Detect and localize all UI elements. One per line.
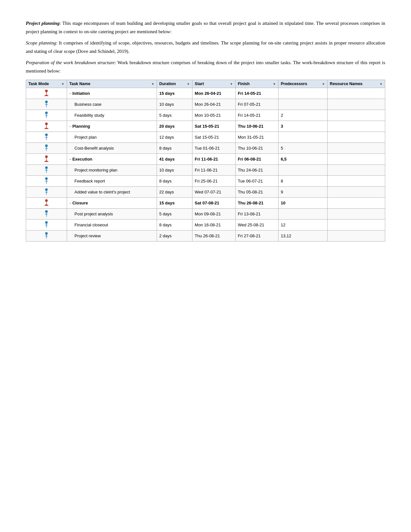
cell-finish: Thu 05-08-21 <box>235 187 278 198</box>
col-task-mode-sort[interactable]: ▼ <box>61 82 64 86</box>
cell-finish: Mon 31-05-21 <box>235 132 278 143</box>
col-predecessors-sort[interactable]: ▼ <box>322 82 325 86</box>
col-duration[interactable]: Duration ▼ <box>157 80 192 88</box>
cell-predecessors <box>278 99 327 110</box>
cell-finish: Fri 14-05-21 <box>235 110 278 121</box>
cell-resource-names <box>328 209 385 220</box>
task-name-text: Project monitoring plan <box>69 168 117 172</box>
col-task-mode[interactable]: Task Mode ▼ <box>26 80 67 88</box>
table-row: Added value to cleint's project22 daysWe… <box>26 187 385 198</box>
cell-resource-names <box>328 187 385 198</box>
cell-task-name: −Planning <box>67 121 157 132</box>
col-start[interactable]: Start ▼ <box>192 80 236 88</box>
cell-duration: 8 days <box>157 220 192 231</box>
cell-start: Fri 11-06-21 <box>192 154 236 165</box>
table-row: −Execution41 daysFri 11-06-21Fri 06-08-2… <box>26 154 385 165</box>
wbs-table: Task Mode ▼ Task Name ▼ Duration ▼ <box>26 80 385 241</box>
svg-point-27 <box>45 199 48 202</box>
cell-start: Fri 25-06-21 <box>192 176 236 187</box>
svg-point-35 <box>45 232 48 235</box>
col-start-sort[interactable]: ▼ <box>230 82 233 86</box>
cell-start: Sat 07-08-21 <box>192 198 236 209</box>
cell-predecessors <box>278 132 327 143</box>
cell-predecessors: 13,12 <box>278 231 327 241</box>
col-task-name-label: Task Name <box>69 82 90 86</box>
table-row: Cost-Benefit analysis8 daysTue 01-06-21T… <box>26 143 385 154</box>
cell-predecessors: 3 <box>278 121 327 132</box>
col-duration-sort[interactable]: ▼ <box>187 82 190 86</box>
svg-point-8 <box>45 123 48 125</box>
cell-predecessors: 12 <box>278 220 327 231</box>
collapse-marker[interactable]: − <box>69 92 71 95</box>
col-task-mode-label: Task Mode <box>28 82 49 86</box>
task-name-text: Added value to cleint's project <box>69 190 130 194</box>
cell-start: Thu 26-08-21 <box>192 231 236 241</box>
col-finish[interactable]: Finish ▼ <box>235 80 278 88</box>
cell-resource-names <box>328 110 385 121</box>
cell-resource-names <box>328 165 385 176</box>
cell-task-name: Feedback report <box>67 176 157 187</box>
svg-point-18 <box>45 166 48 169</box>
task-name-text: Financial closeout <box>69 222 108 227</box>
cell-task-mode <box>26 198 67 209</box>
cell-duration: 10 days <box>157 165 192 176</box>
cell-start: Mon 26-04-21 <box>192 88 236 99</box>
table-row: Feedback report8 daysFri 25-06-21Tue 06-… <box>26 176 385 187</box>
cell-finish: Fri 06-08-21 <box>235 154 278 165</box>
cell-task-mode <box>26 132 67 143</box>
cell-task-mode <box>26 165 67 176</box>
cell-predecessors: 10 <box>278 198 327 209</box>
cell-duration: 41 days <box>157 154 192 165</box>
table-row: Post project analysis5 daysMon 09-08-21F… <box>26 209 385 220</box>
cell-resource-names <box>328 220 385 231</box>
cell-duration: 2 days <box>157 231 192 241</box>
cell-duration: 5 days <box>157 209 192 220</box>
table-row: Project plan12 daysSat 15-05-21Mon 31-05… <box>26 132 385 143</box>
col-resource-names-label: Resource Names <box>330 82 362 86</box>
table-header-row: Task Mode ▼ Task Name ▼ Duration ▼ <box>26 80 385 88</box>
cell-resource-names <box>328 198 385 209</box>
table-row: −Closure15 daysSat 07-08-21Thu 26-08-211… <box>26 198 385 209</box>
collapse-marker[interactable]: − <box>69 201 71 205</box>
cell-duration: 15 days <box>157 88 192 99</box>
col-task-name[interactable]: Task Name ▼ <box>67 80 157 88</box>
table-row: Feasibility study5 daysMon 10-05-21Fri 1… <box>26 110 385 121</box>
cell-task-mode <box>26 209 67 220</box>
cell-task-name: Post project analysis <box>67 209 157 220</box>
col-predecessors-label: Predecessors <box>281 82 307 86</box>
cell-task-name: −Initiation <box>67 88 157 99</box>
cell-task-name: Cost-Benefit analysis <box>67 143 157 154</box>
cell-finish: Fri 27-08-21 <box>235 231 278 241</box>
collapse-marker[interactable]: − <box>69 124 71 128</box>
cell-finish: Fri 07-05-21 <box>235 99 278 110</box>
cell-finish: Thu 24-06-21 <box>235 165 278 176</box>
table-row: −Initiation15 daysMon 26-04-21Fri 14-05-… <box>26 88 385 99</box>
cell-resource-names <box>328 176 385 187</box>
cell-task-name: −Execution <box>67 154 157 165</box>
svg-point-2 <box>45 101 48 103</box>
task-name-text: Execution <box>72 157 92 162</box>
col-resource-names[interactable]: Resource Names ▼ <box>328 80 385 88</box>
cell-task-name: Feasibility study <box>67 110 157 121</box>
paragraph-3: Preparation of the work breakdown struct… <box>26 59 385 75</box>
col-predecessors[interactable]: Predecessors ▼ <box>278 80 327 88</box>
cell-predecessors: 2 <box>278 110 327 121</box>
cell-task-name: Project monitoring plan <box>67 165 157 176</box>
collapse-marker[interactable]: − <box>69 157 71 161</box>
cell-duration: 15 days <box>157 198 192 209</box>
col-task-name-sort[interactable]: ▼ <box>151 82 154 86</box>
task-name-text: Initiation <box>72 91 90 96</box>
cell-resource-names <box>328 99 385 110</box>
cell-start: Mon 26-04-21 <box>192 99 236 110</box>
cell-task-mode <box>26 220 67 231</box>
task-name-text: Project plan <box>69 135 97 140</box>
task-name-text: Feasibility study <box>69 113 104 118</box>
cell-task-mode <box>26 143 67 154</box>
col-resource-names-sort[interactable]: ▼ <box>379 82 383 86</box>
svg-point-21 <box>45 177 48 180</box>
cell-duration: 20 days <box>157 121 192 132</box>
wbs-table-wrapper: Task Mode ▼ Task Name ▼ Duration ▼ <box>26 80 385 241</box>
col-finish-label: Finish <box>238 82 250 86</box>
col-finish-sort[interactable]: ▼ <box>273 82 276 86</box>
cell-start: Fri 11-06-21 <box>192 165 236 176</box>
